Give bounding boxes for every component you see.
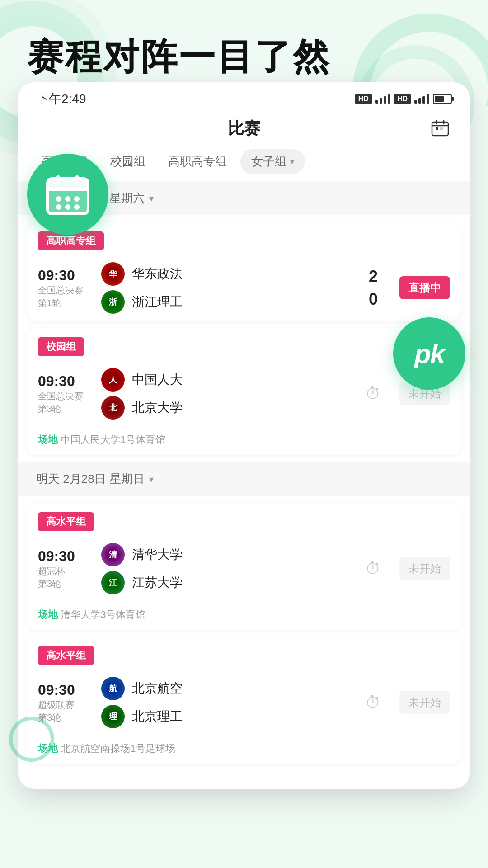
hd-tag-1: HD — [355, 94, 372, 104]
match-score-3: ⏱ — [360, 559, 387, 578]
bottom-spacer — [18, 771, 470, 789]
team-logo-beili: 理 — [101, 705, 125, 728]
match-row-3[interactable]: 09:30 超冠杯 第3轮 清 清华大学 江 — [27, 536, 461, 602]
hero-section: 赛程对阵一目了然 — [0, 0, 488, 96]
pk-badge: pk — [393, 317, 465, 390]
status-bar: 下午2:49 HD HD — [18, 82, 470, 112]
team-row-1: 华 华东政法 — [101, 262, 360, 286]
match-row-1[interactable]: 09:30 全国总决赛 第1轮 华 华东政法 浙 — [27, 255, 461, 321]
match-time-col: 09:30 全国总决赛 第1轮 — [38, 267, 101, 309]
match-round-2: 全国总决赛 第3轮 — [38, 390, 101, 415]
group-tag-gaoshui-1: 高水平组 — [27, 503, 461, 536]
battery-icon — [433, 94, 452, 104]
date-tomorrow: 明天 2月28日 星期日 — [36, 471, 145, 487]
match-row-2[interactable]: 09:30 全国总决赛 第3轮 人 中国人大 北 — [27, 361, 461, 427]
score-2: 0 — [360, 290, 387, 308]
team-name-beihang: 北京航空 — [132, 680, 183, 697]
tab-nvzi-dropdown[interactable]: 女子组 ▾ — [240, 149, 305, 174]
svg-point-10 — [65, 204, 70, 210]
svg-rect-16 — [436, 127, 438, 130]
match-time-col-2: 09:30 全国总决赛 第3轮 — [38, 373, 101, 415]
app-icon[interactable] — [27, 154, 108, 235]
team-row-jiangsu: 江 江苏大学 — [101, 571, 360, 594]
team-row-renmin: 人 中国人大 — [101, 368, 360, 392]
clock-icon-2: ⏱ — [360, 559, 387, 578]
date-dropdown-icon[interactable]: ▾ — [149, 193, 154, 204]
calendar-icon — [45, 172, 90, 217]
match-teams-3: 清 清华大学 江 江苏大学 — [101, 543, 360, 594]
team-row-2: 浙 浙江理工 — [101, 290, 360, 314]
signal-bars-1 — [375, 94, 390, 104]
team-name-zhejiang: 浙江理工 — [132, 293, 183, 311]
match-round-3: 超冠杯 第3轮 — [38, 565, 101, 590]
chevron-down-icon: ▾ — [290, 157, 294, 167]
match-action-4: 未开始 — [387, 695, 450, 710]
match-card-4: 高水平组 09:30 超级联赛 第3轮 航 北京航空 — [27, 637, 461, 764]
date-header-tomorrow: 明天 2月28日 星期日 ▾ — [18, 462, 470, 496]
match-teams-4: 航 北京航空 理 北京理工 — [101, 677, 360, 728]
app-title: 比赛 — [228, 118, 260, 140]
match-round: 全国总决赛 第1轮 — [38, 284, 101, 309]
status-time: 下午2:49 — [36, 90, 86, 108]
match-time: 09:30 — [38, 267, 101, 284]
signal-bar — [388, 94, 390, 104]
app-header: 比赛 — [18, 112, 470, 149]
venue-row-2: 场地 清华大学3号体育馆 — [27, 602, 461, 630]
match-time-4: 09:30 — [38, 682, 101, 698]
tab-xiaoyuan[interactable]: 校园组 — [101, 149, 155, 174]
signal-bar — [375, 100, 378, 104]
team-logo-beijing: 北 — [101, 396, 125, 420]
not-started-badge-2: 未开始 — [399, 557, 450, 580]
team-name-jiangsu: 江苏大学 — [132, 574, 183, 591]
team-row-qinghua: 清 清华大学 — [101, 543, 360, 566]
score-1: 2 — [360, 268, 387, 286]
team-row-beili: 理 北京理工 — [101, 705, 360, 728]
calendar-button[interactable] — [428, 117, 452, 140]
clock-icon: ⏱ — [360, 384, 387, 403]
team-logo-zhejiang: 浙 — [101, 290, 125, 314]
signal-bar — [384, 96, 386, 104]
signal-bar — [418, 98, 421, 104]
svg-point-8 — [74, 196, 80, 202]
match-time-3: 09:30 — [38, 548, 101, 565]
venue-row-1: 场地 中国人民大学1号体育馆 — [27, 427, 461, 455]
calendar-icon — [430, 118, 450, 138]
tab-nvzi-label: 女子组 — [251, 154, 286, 170]
svg-rect-3 — [47, 188, 88, 191]
team-logo-jiangsu: 江 — [101, 571, 125, 594]
venue-row-3: 场地 北京航空南操场1号足球场 — [27, 736, 461, 764]
svg-point-7 — [65, 196, 70, 202]
team-name-huadong: 华东政法 — [132, 265, 183, 283]
match-action-live[interactable]: 直播中 — [387, 281, 450, 295]
match-teams: 华 华东政法 浙 浙江理工 — [101, 262, 360, 314]
svg-rect-17 — [440, 127, 443, 130]
svg-point-6 — [56, 196, 61, 202]
signal-bar — [414, 100, 417, 104]
team-logo-huadong: 华 — [101, 262, 125, 286]
match-row-4[interactable]: 09:30 超级联赛 第3轮 航 北京航空 理 — [27, 670, 461, 736]
match-time-2: 09:30 — [38, 373, 101, 390]
team-name-renmin: 中国人大 — [132, 371, 183, 388]
date-dropdown-icon-2[interactable]: ▾ — [149, 474, 154, 485]
hero-title: 赛程对阵一目了然 — [27, 36, 461, 78]
tab-gaozhi[interactable]: 高职高专组 — [159, 149, 236, 174]
team-logo-renmin: 人 — [101, 368, 125, 392]
match-time-col-3: 09:30 超冠杯 第3轮 — [38, 548, 101, 590]
match-teams-2: 人 中国人大 北 北京大学 — [101, 368, 360, 420]
match-score-2: ⏱ — [360, 384, 387, 403]
svg-point-11 — [74, 204, 80, 210]
bottom-circle-decoration — [9, 717, 54, 762]
clock-icon-3: ⏱ — [360, 693, 387, 712]
status-icons: HD HD — [355, 94, 452, 104]
circle-outline — [9, 717, 54, 762]
venue-text-2: 清华大学3号体育馆 — [61, 609, 145, 620]
team-logo-qinghua: 清 — [101, 543, 125, 566]
live-button[interactable]: 直播中 — [399, 276, 450, 299]
svg-point-9 — [56, 204, 61, 210]
team-name-qinghua: 清华大学 — [132, 546, 183, 563]
venue-text-1: 中国人民大学1号体育馆 — [61, 434, 165, 445]
hd-tag-2: HD — [394, 94, 411, 104]
group-tag-gaoshui-2: 高水平组 — [27, 637, 461, 670]
group-tag-gaozhi: 高职高专组 — [27, 222, 461, 255]
signal-bar — [427, 94, 429, 104]
